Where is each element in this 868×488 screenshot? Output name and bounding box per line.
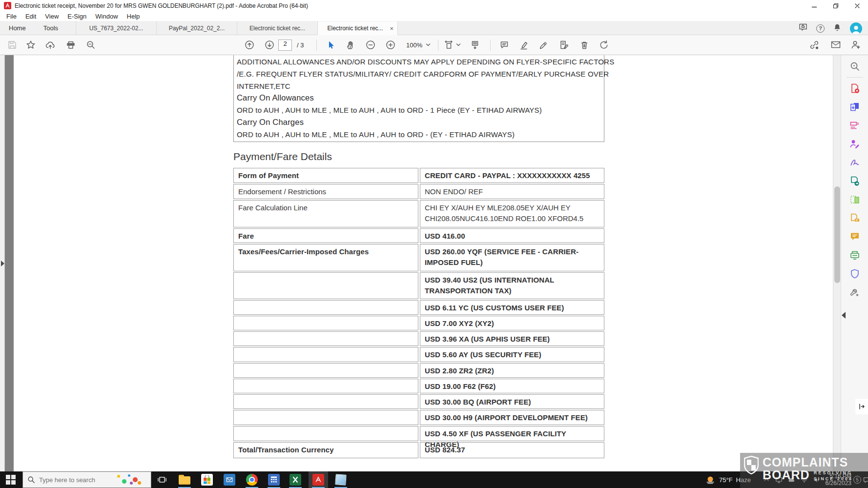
close-icon[interactable] bbox=[847, 0, 868, 11]
tab-document-4-active[interactable]: Electronic ticket rec... × bbox=[317, 21, 398, 35]
expand-left-panel-icon[interactable] bbox=[1, 261, 4, 266]
request-signatures-icon[interactable] bbox=[841, 135, 868, 153]
page-up-icon[interactable] bbox=[244, 40, 255, 50]
toolbar-divider bbox=[438, 40, 438, 51]
taskbar-search[interactable] bbox=[22, 471, 151, 488]
hand-tool-icon[interactable] bbox=[345, 40, 356, 50]
add-people-icon[interactable] bbox=[850, 39, 862, 51]
chrome-icon[interactable] bbox=[242, 471, 262, 488]
page-fit-caret-icon[interactable] bbox=[456, 43, 461, 47]
menu-edit[interactable]: Edit bbox=[21, 13, 41, 20]
taskbar: 75°F Haze 5:16 PM 6/26/2023 5 bbox=[0, 471, 868, 488]
print-icon[interactable] bbox=[65, 40, 76, 50]
tab-document-1[interactable]: US_7673_2022-02... bbox=[76, 21, 156, 35]
photos-icon[interactable] bbox=[331, 471, 351, 488]
tab-close-icon[interactable]: × bbox=[390, 25, 393, 32]
zoom-out-icon[interactable] bbox=[365, 40, 376, 50]
avatar[interactable] bbox=[850, 22, 862, 35]
more-tools-icon[interactable] bbox=[841, 283, 868, 302]
task-view-icon[interactable] bbox=[152, 471, 172, 488]
edit-pdf-icon[interactable] bbox=[841, 116, 868, 135]
menu-help[interactable]: Help bbox=[123, 13, 145, 20]
tab-document-3[interactable]: Electronic ticket rec... bbox=[237, 21, 317, 35]
scan-ocr-icon[interactable] bbox=[841, 246, 868, 264]
organize-pages-icon[interactable] bbox=[841, 190, 868, 209]
menu-file[interactable]: File bbox=[2, 13, 21, 20]
carry-on-charges-text: ORD to AUH , AUH to MLE , MLE to AUH , A… bbox=[237, 130, 515, 139]
highlight-icon[interactable] bbox=[518, 40, 529, 50]
search-input[interactable] bbox=[39, 476, 112, 484]
select-tool-icon[interactable] bbox=[325, 40, 336, 50]
row-value: USD 30.00 H9 (AIRPORT DEVELOPMENT FEE) bbox=[420, 410, 604, 425]
fill-sign-icon[interactable] bbox=[559, 40, 570, 50]
carry-on-allowances-title: Carry On Allowances bbox=[237, 93, 314, 102]
save-icon[interactable] bbox=[7, 40, 18, 50]
table-row: USD 19.00 F62 (F62) bbox=[233, 379, 604, 393]
menu-view[interactable]: View bbox=[41, 13, 63, 20]
pdf-page: ADDITIONAL ALLOWANCES AND/OR DISCOUNTS M… bbox=[14, 55, 833, 471]
store-icon[interactable] bbox=[197, 471, 217, 488]
comment-icon[interactable] bbox=[499, 40, 510, 50]
table-row: Endorsement / Restrictions NON ENDO/ REF bbox=[233, 184, 604, 199]
complaints-board-watermark: COMPLAINTS BOARD RESOLVING SINCE 2004 bbox=[740, 453, 868, 488]
export-pdf-icon[interactable] bbox=[841, 98, 868, 116]
table-row: USD 39.40 US2 (US INTERNATIONAL TRANSPOR… bbox=[233, 272, 604, 299]
search-highlights-doodle[interactable] bbox=[116, 473, 142, 486]
row-value: USD 39.40 US2 (US INTERNATIONAL TRANSPOR… bbox=[420, 272, 604, 299]
watermark-tagline2: SINCE 2004 bbox=[814, 476, 853, 482]
delete-icon[interactable] bbox=[579, 40, 590, 50]
row-label bbox=[233, 379, 418, 393]
zoom-in-icon[interactable] bbox=[385, 40, 396, 50]
scroll-mode-icon[interactable] bbox=[470, 40, 480, 50]
collapse-right-panel-icon[interactable] bbox=[842, 312, 846, 319]
bell-icon[interactable] bbox=[832, 22, 842, 34]
temperature-label: 75°F bbox=[719, 476, 733, 484]
mail-icon[interactable] bbox=[220, 471, 239, 488]
calculator-icon[interactable] bbox=[264, 471, 284, 488]
search-pages-icon[interactable] bbox=[841, 57, 868, 76]
page-number-input[interactable]: 2 bbox=[278, 40, 292, 51]
acrobat-icon[interactable] bbox=[309, 471, 328, 488]
search-icon[interactable] bbox=[85, 40, 96, 50]
table-row: USD 3.96 XA (US APHIS USER FEE) bbox=[233, 331, 604, 346]
star-icon[interactable] bbox=[25, 40, 36, 50]
vertical-scrollbar[interactable] bbox=[833, 55, 841, 471]
send-pdf-icon[interactable] bbox=[841, 172, 868, 190]
restore-icon[interactable] bbox=[825, 0, 847, 11]
protect-icon[interactable] bbox=[841, 264, 868, 283]
feedback-icon[interactable] bbox=[798, 22, 808, 35]
share-link-icon[interactable] bbox=[808, 39, 820, 51]
combine-files-icon[interactable] bbox=[841, 209, 868, 227]
tab-home[interactable]: Home bbox=[0, 21, 35, 35]
cloud-upload-icon[interactable] bbox=[45, 40, 56, 50]
excel-icon[interactable] bbox=[286, 471, 305, 488]
refresh-icon[interactable] bbox=[599, 40, 609, 50]
file-explorer-icon[interactable] bbox=[175, 471, 194, 488]
row-label: Endorsement / Restrictions bbox=[233, 184, 418, 199]
page-fit-icon[interactable] bbox=[443, 40, 454, 50]
help-icon[interactable]: ? bbox=[816, 24, 825, 33]
row-value: USD 19.00 F62 (F62) bbox=[420, 379, 604, 393]
row-label bbox=[233, 316, 418, 330]
carry-on-allowances-text: ORD to AUH , AUH to MLE , MLE to AUH , A… bbox=[237, 106, 542, 114]
start-button[interactable] bbox=[1, 471, 21, 488]
create-pdf-icon[interactable] bbox=[841, 79, 868, 98]
scrollbar-thumb[interactable] bbox=[834, 186, 840, 283]
comment-icon[interactable] bbox=[841, 227, 868, 246]
page-down-icon[interactable] bbox=[264, 40, 275, 50]
sign-icon[interactable] bbox=[538, 40, 549, 50]
fill-sign-icon[interactable] bbox=[841, 153, 868, 172]
table-row: USD 5.60 AY (US SECURITY FEE) bbox=[233, 347, 604, 362]
zoom-level-label[interactable]: 100% bbox=[406, 41, 422, 49]
menu-window[interactable]: Window bbox=[91, 13, 122, 20]
zoom-caret-icon[interactable] bbox=[426, 43, 431, 47]
minimize-icon[interactable] bbox=[804, 0, 825, 11]
tab-tools[interactable]: Tools bbox=[35, 21, 67, 35]
tab-document-2[interactable]: PayPal_2022_02_2... bbox=[156, 21, 237, 35]
row-label: Total/Transaction Currency bbox=[233, 442, 418, 458]
table-row: Total/Transaction Currency USD 824.37 bbox=[233, 442, 604, 458]
email-icon[interactable] bbox=[830, 39, 842, 51]
menu-esign[interactable]: E-Sign bbox=[63, 13, 91, 20]
panel-expand-icon[interactable] bbox=[855, 399, 868, 414]
row-label bbox=[233, 410, 418, 425]
